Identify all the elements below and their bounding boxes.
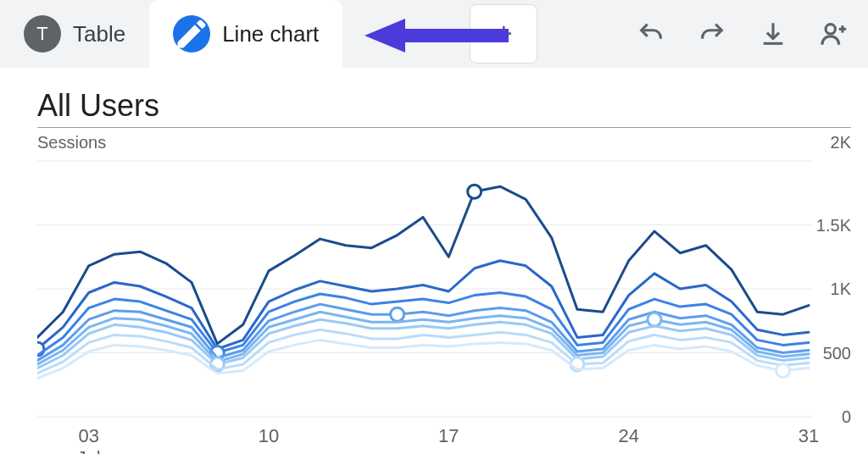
- chart-panel: All Users Sessions 2K 1.5K1K5000 0310172…: [0, 68, 868, 454]
- y-tick: 1.5K: [811, 215, 851, 235]
- svg-point-14: [776, 364, 790, 378]
- tab-table[interactable]: T Table: [0, 0, 149, 68]
- x-tick: 10: [259, 425, 279, 447]
- svg-point-10: [391, 307, 404, 321]
- x-tick: 03: [78, 425, 98, 447]
- tab-line-chart-label: Line chart: [222, 21, 319, 47]
- table-icon: T: [24, 15, 61, 53]
- share-button[interactable]: [817, 17, 851, 51]
- svg-point-7: [468, 185, 481, 198]
- plus-icon: +: [495, 16, 513, 52]
- chart-ylabel: Sessions: [37, 133, 106, 152]
- y-tick: 500: [818, 343, 851, 363]
- redo-icon: [698, 19, 726, 48]
- y-tick: 2K: [831, 133, 851, 152]
- x-tick: 17: [438, 425, 459, 447]
- x-tick: 24: [618, 425, 638, 447]
- x-tick: 31: [798, 425, 819, 447]
- add-tab-button[interactable]: +: [470, 4, 537, 64]
- svg-point-1: [826, 25, 835, 34]
- svg-point-11: [648, 313, 661, 326]
- undo-button[interactable]: [634, 17, 668, 51]
- tab-bar: T Table Line chart +: [0, 0, 868, 68]
- chart-plot[interactable]: 1.5K1K5000: [37, 158, 851, 420]
- toolbar-actions: [634, 17, 868, 51]
- tab-table-label: Table: [73, 21, 125, 47]
- y-tick: 1K: [826, 280, 851, 299]
- download-icon: [759, 19, 787, 48]
- add-user-icon: [820, 19, 849, 48]
- x-month-label: Jul: [77, 447, 101, 454]
- undo-icon: [637, 19, 665, 48]
- redo-button[interactable]: [695, 17, 729, 51]
- chart-title: All Users: [37, 88, 851, 124]
- chart-x-axis: 0310172431Jul: [37, 420, 851, 454]
- tab-line-chart[interactable]: Line chart: [149, 0, 342, 68]
- pencil-icon: [173, 15, 210, 53]
- download-button[interactable]: [756, 17, 790, 51]
